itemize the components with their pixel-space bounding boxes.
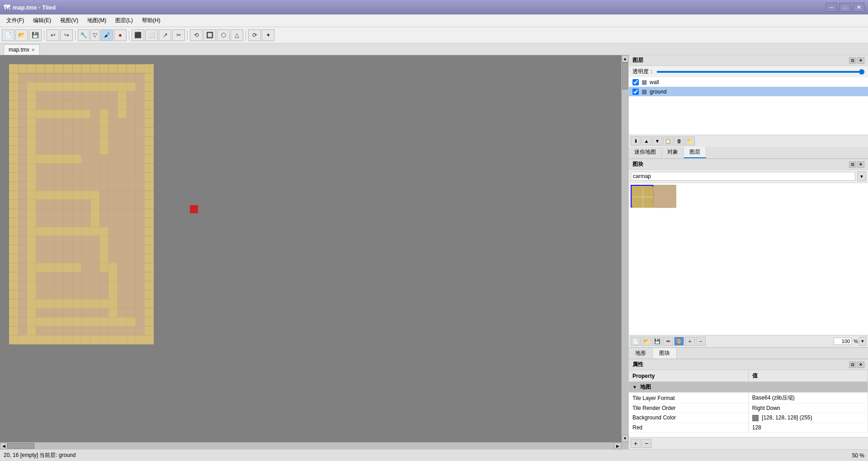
zoom-dropdown[interactable]: ▼ <box>859 337 866 346</box>
layer-copy-button[interactable]: 📋 <box>663 136 673 146</box>
menu-help[interactable]: 帮助(H) <box>137 15 165 26</box>
dungeon-map <box>9 64 154 344</box>
save-button[interactable]: 💾 <box>29 29 42 41</box>
maximize-button[interactable]: □ <box>839 3 851 12</box>
menu-map[interactable]: 地图(M) <box>83 15 111 26</box>
tile-selected[interactable] <box>631 185 653 207</box>
layer-name-ground: ground <box>650 89 666 95</box>
new-button[interactable]: 📄 <box>2 29 14 41</box>
val-tile-render-order[interactable]: Right Down <box>748 404 868 413</box>
val-red[interactable]: 128 <box>748 423 868 432</box>
table-row: Background Color [128, 128, 128] (255) <box>629 413 868 423</box>
layer-folder-button[interactable]: 📁 <box>685 136 695 146</box>
tileset-close-button[interactable]: ✕ <box>857 161 864 168</box>
tileset-float-button[interactable]: ⊡ <box>849 161 856 168</box>
layer-up-button[interactable]: ▲ <box>642 136 651 146</box>
tileset-remove-button[interactable]: − <box>696 337 706 346</box>
properties-panel-header: 属性 ⊡ ✕ <box>629 359 868 370</box>
zoom-input[interactable] <box>834 338 852 345</box>
canvas-scroll-corner <box>621 442 628 449</box>
table-row: Tile Render Order Right Down <box>629 404 868 413</box>
layer-down-button[interactable]: ▼ <box>652 136 662 146</box>
tileset-color-button[interactable]: 🎨 <box>674 337 684 346</box>
layers-list: ▦ wall ▦ ground <box>629 77 868 135</box>
layer-item-wall[interactable]: ▦ wall <box>629 77 868 87</box>
tileset-add-button[interactable]: + <box>685 337 695 346</box>
prop-remove-button[interactable]: − <box>642 439 651 448</box>
val-tile-layer-format[interactable]: Base64 (zlib压缩) <box>748 393 868 404</box>
layers-panel-header: 图层 ⊡ ✕ <box>629 55 868 66</box>
canvas-scrollbar-horizontal[interactable]: ◀ ▶ <box>0 442 621 449</box>
hex-tool[interactable]: ⬡ <box>217 29 230 41</box>
transparency-slider[interactable] <box>657 71 864 73</box>
properties-float-button[interactable]: ⊡ <box>849 362 856 368</box>
transparency-row: 透明度： <box>629 66 868 77</box>
mini-tab-objects[interactable]: 对象 <box>662 147 684 158</box>
properties-title: 属性 <box>632 361 643 368</box>
prop-red: Red <box>629 423 748 432</box>
tile-floor[interactable] <box>653 185 676 207</box>
minimize-button[interactable]: ─ <box>826 3 837 12</box>
layer-delete-button[interactable]: 🗑 <box>674 136 684 146</box>
layer-item-ground[interactable]: ▦ ground <box>629 87 868 96</box>
undo-button[interactable]: ↩ <box>47 29 59 41</box>
main-layout: ▲ ▼ ◀ ▶ 图层 ⊡ ✕ 透明度： <box>0 55 868 449</box>
tab-close-button[interactable]: ✕ <box>31 47 35 52</box>
menu-file[interactable]: 文件(F) <box>2 15 28 26</box>
rect-tool[interactable]: 🔲 <box>203 29 216 41</box>
close-button[interactable]: ✕ <box>853 3 864 12</box>
svg-rect-146 <box>633 198 642 207</box>
layer-checkbox-wall[interactable] <box>632 79 639 85</box>
prop-add-button[interactable]: + <box>631 439 641 448</box>
properties-close-button[interactable]: ✕ <box>857 362 864 368</box>
rotate-tool[interactable]: ⟲ <box>190 29 203 41</box>
tileset-tab-tiles[interactable]: 图块 <box>653 348 677 358</box>
refresh-tool[interactable]: ⟳ <box>248 29 261 41</box>
layers-float-button[interactable]: ⊡ <box>849 57 856 64</box>
properties-panel: 属性 ⊡ ✕ Property 值 <box>629 359 868 449</box>
rect-fill[interactable]: ⬜ <box>145 29 158 41</box>
menu-layer[interactable]: 图层(L) <box>111 15 137 26</box>
open-button[interactable]: 📂 <box>15 29 28 41</box>
tileset-tab-terrain[interactable]: 地形 <box>629 348 653 358</box>
paint-button[interactable]: 🖌 <box>100 29 113 41</box>
tab-map[interactable]: map.tmx ✕ <box>4 44 40 55</box>
red-marker <box>190 205 198 213</box>
stamp-dropdown[interactable]: ▽ <box>90 29 99 41</box>
val-background-color[interactable]: [128, 128, 128] (255) <box>748 413 868 423</box>
prop-tile-layer-format: Tile Layer Format <box>629 393 748 404</box>
tool-dropdown: 🔧 ▽ <box>78 29 99 41</box>
extra-tool[interactable]: ✦ <box>262 29 274 41</box>
canvas-scrollbar-vertical[interactable]: ▲ ▼ <box>621 55 628 442</box>
tileset-dropdown-arrow[interactable]: ▼ <box>857 171 866 181</box>
scissors-tool[interactable]: ✂ <box>172 29 185 41</box>
arrow-tool[interactable]: ↗ <box>159 29 171 41</box>
svg-rect-85 <box>27 109 90 118</box>
mini-tab-minimap[interactable]: 迷你地图 <box>629 147 662 158</box>
properties-table: Property 值 ▼ 地图 Tile Layer Format <box>629 370 868 437</box>
rect-select[interactable]: ⬛ <box>132 29 144 41</box>
menu-edit[interactable]: 编辑(E) <box>28 15 56 26</box>
tileset-header-buttons: ⊡ ✕ <box>849 161 864 168</box>
stamp-button[interactable]: 🔧 <box>78 29 90 41</box>
mini-tab-layers[interactable]: 图层 <box>684 147 706 158</box>
layers-panel: 图层 ⊡ ✕ 透明度： ▦ wall <box>629 55 868 159</box>
tileset-dropdown-row: carmap ▼ <box>629 170 868 183</box>
tileset-preview <box>629 183 868 335</box>
transparency-label: 透明度： <box>632 68 654 75</box>
layer-add-button[interactable]: ⬇ <box>631 136 641 146</box>
tileset-open-button[interactable]: 📂 <box>642 337 651 346</box>
canvas-area[interactable]: ▲ ▼ ◀ ▶ <box>0 55 628 449</box>
svg-rect-94 <box>99 109 108 155</box>
layer-checkbox-ground[interactable] <box>632 89 639 95</box>
tileset-panel: 图块 ⊡ ✕ carmap ▼ <box>629 159 868 359</box>
eraser-button[interactable]: ● <box>114 29 127 41</box>
redo-button[interactable]: ↪ <box>60 29 73 41</box>
layers-close-button[interactable]: ✕ <box>857 57 864 64</box>
tileset-edit-button[interactable]: ✏ <box>663 337 673 346</box>
poly-tool[interactable]: △ <box>231 29 243 41</box>
tileset-save-button[interactable]: 💾 <box>652 337 662 346</box>
tileset-new-button[interactable]: 📄 <box>631 337 641 346</box>
tileset-name-input[interactable]: carmap <box>631 172 855 181</box>
menu-view[interactable]: 视图(V) <box>56 15 83 26</box>
